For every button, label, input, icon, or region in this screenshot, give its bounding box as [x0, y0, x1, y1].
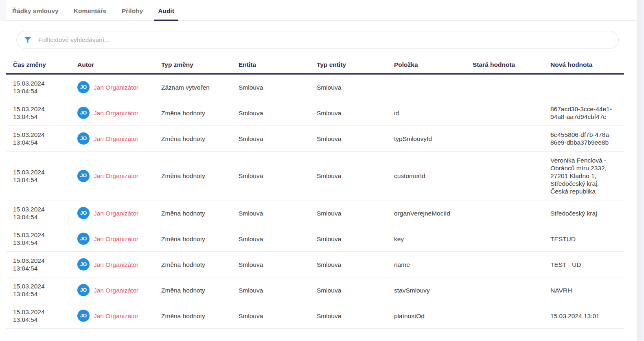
table-row: 15.03.2024 13:04:54 JO Jan Organizátor Z…	[6, 226, 624, 252]
author-cell: JO Jan Organizátor	[77, 152, 161, 200]
old-value-cell	[473, 100, 550, 126]
col-header-typ-zmeny: Typ změny	[161, 57, 239, 74]
table-row: 15.03.2024 13:04:54 JO Jan Organizátor Z…	[6, 100, 624, 126]
entity-type-cell: Smlouva	[317, 126, 394, 152]
author-name-link[interactable]: Jan Organizátor	[94, 135, 138, 143]
col-header-cas-zmeny: Čas změny	[6, 57, 77, 74]
change-date: 15.03.2024	[13, 131, 71, 139]
entity-cell: Smlouva	[239, 74, 317, 100]
change-type-cell: Změna hodnoty	[161, 100, 239, 126]
author-cell: JO Jan Organizátor	[77, 100, 161, 126]
change-time: 13:04:54	[13, 113, 71, 121]
old-value-cell	[473, 126, 550, 152]
author-name-link[interactable]: Jan Organizátor	[94, 109, 138, 117]
change-time: 13:04:54	[13, 87, 71, 95]
entity-cell: Smlouva	[239, 226, 317, 252]
table-row: 15.03.2024 13:04:54 JO Jan Organizátor Z…	[6, 200, 624, 226]
change-date: 15.03.2024	[13, 205, 71, 213]
entity-type-cell: Smlouva	[317, 200, 394, 226]
author-cell: JO Jan Organizátor	[77, 126, 161, 152]
new-value-cell: NAVRH	[550, 277, 624, 303]
item-cell: typSmlouvyId	[394, 126, 473, 152]
item-cell: platnostOd	[394, 303, 473, 329]
change-time-cell: 15.03.2024 13:04:54	[6, 126, 77, 152]
item-cell: stavSmlouvy	[394, 277, 473, 303]
change-time: 13:04:54	[13, 316, 71, 323]
table-row: 15.03.2024 13:04:54 JO Jan Organizátor Z…	[6, 126, 624, 152]
entity-type-cell: Smlouva	[317, 100, 394, 126]
tab-prilohy[interactable]: Přílohy	[118, 7, 147, 20]
author-cell: JO Jan Organizátor	[77, 226, 161, 252]
change-time: 13:04:54	[13, 213, 71, 221]
entity-type-cell: Smlouva	[317, 303, 394, 329]
old-value-cell	[473, 200, 550, 226]
avatar: JO	[77, 107, 90, 119]
author-name-link[interactable]: Jan Organizátor	[94, 209, 138, 217]
vertical-scrollbar[interactable]	[637, 0, 644, 341]
item-cell: key	[394, 226, 473, 252]
new-value-cell: Veronika Fenclová - Obránců míru 2332, 2…	[550, 152, 624, 200]
old-value-cell	[473, 303, 550, 329]
audit-table: Čas změny Autor Typ změny Entita Typ ent…	[6, 57, 624, 329]
new-value-cell: TESTUD	[550, 226, 624, 252]
change-time-cell: 15.03.2024 13:04:54	[6, 74, 77, 100]
item-cell: name	[394, 252, 473, 277]
col-header-autor: Autor	[77, 57, 161, 74]
change-type-cell: Změna hodnoty	[161, 252, 239, 277]
tab-bar: Řádky smlouvy Komentáře Přílohy Audit	[0, 0, 637, 21]
change-type-cell: Záznam vytvořen	[161, 74, 239, 100]
table-row: 15.03.2024 13:04:54 JO Jan Organizátor Z…	[6, 252, 624, 277]
change-time: 13:04:54	[13, 139, 71, 146]
author-name-link[interactable]: Jan Organizátor	[94, 261, 138, 268]
avatar: JO	[77, 284, 90, 296]
old-value-cell	[473, 74, 550, 100]
change-time: 13:04:54	[13, 290, 71, 298]
entity-cell: Smlouva	[239, 252, 317, 277]
entity-type-cell: Smlouva	[317, 152, 394, 200]
fulltext-search-bar	[16, 31, 619, 49]
change-time-cell: 15.03.2024 13:04:54	[6, 277, 77, 303]
author-name-link[interactable]: Jan Organizátor	[94, 84, 138, 91]
tab-radky-smlouvy[interactable]: Řádky smlouvy	[8, 7, 63, 20]
change-date: 15.03.2024	[13, 105, 71, 113]
entity-cell: Smlouva	[239, 152, 317, 200]
tab-audit[interactable]: Audit	[154, 7, 178, 20]
col-header-entita: Entita	[239, 57, 317, 74]
tab-komentare[interactable]: Komentáře	[70, 7, 111, 20]
author-name-link[interactable]: Jan Organizátor	[94, 286, 138, 294]
entity-cell: Smlouva	[239, 277, 317, 303]
avatar: JO	[77, 233, 90, 245]
avatar: JO	[77, 81, 90, 93]
entity-type-cell: Smlouva	[317, 277, 394, 303]
col-header-typ-entity: Typ entity	[317, 57, 394, 74]
item-cell: id	[394, 100, 473, 126]
change-time-cell: 15.03.2024 13:04:54	[6, 200, 77, 226]
author-name-link[interactable]: Jan Organizátor	[94, 312, 138, 320]
col-header-polozka: Položka	[394, 57, 473, 74]
change-time: 13:04:54	[13, 176, 71, 184]
author-name-link[interactable]: Jan Organizátor	[94, 235, 138, 243]
audit-table-body: 15.03.2024 13:04:54 JO Jan Organizátor Z…	[6, 74, 624, 329]
change-type-cell: Změna hodnoty	[161, 226, 239, 252]
table-row: 15.03.2024 13:04:54 JO Jan Organizátor Z…	[6, 303, 624, 329]
change-time: 13:04:54	[13, 264, 71, 272]
avatar: JO	[77, 310, 90, 322]
table-row: 15.03.2024 13:04:54 JO Jan Organizátor Z…	[6, 277, 624, 303]
author-cell: JO Jan Organizátor	[77, 252, 161, 277]
new-value-cell: TEST - UD	[550, 252, 624, 277]
item-cell: customerId	[394, 152, 473, 200]
table-header-row: Čas změny Autor Typ změny Entita Typ ent…	[6, 57, 624, 74]
avatar: JO	[77, 258, 90, 271]
author-cell: JO Jan Organizátor	[77, 200, 161, 226]
author-cell: JO Jan Organizátor	[77, 303, 161, 329]
entity-cell: Smlouva	[239, 100, 317, 126]
search-input[interactable]	[37, 36, 612, 44]
filter-funnel-icon[interactable]	[23, 35, 32, 44]
change-type-cell: Změna hodnoty	[161, 200, 239, 226]
item-cell: organVerejneMociId	[394, 200, 473, 226]
change-date: 15.03.2024	[13, 308, 71, 316]
author-name-link[interactable]: Jan Organizátor	[94, 172, 138, 180]
page-edge-artifact	[0, 0, 6, 21]
entity-cell: Smlouva	[239, 303, 317, 329]
old-value-cell	[473, 277, 550, 303]
